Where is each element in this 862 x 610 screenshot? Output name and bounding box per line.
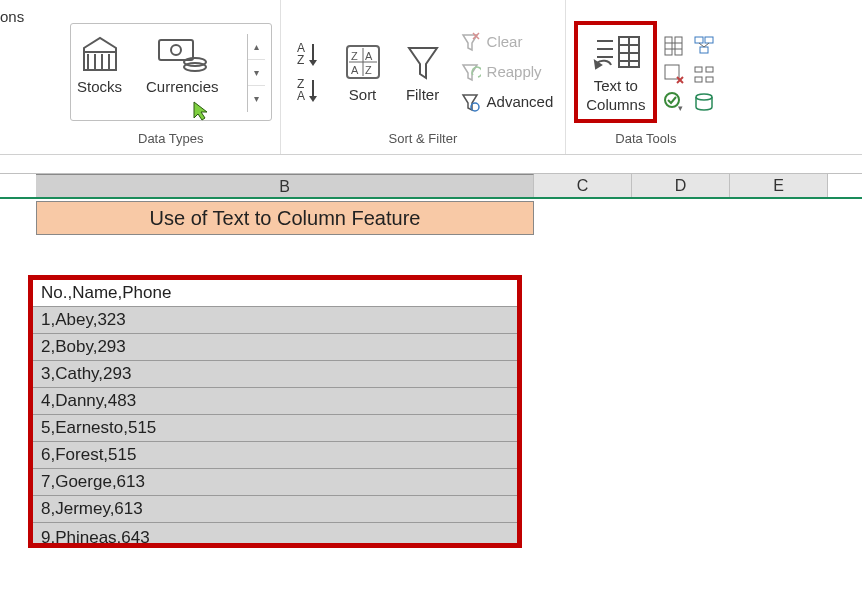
group-data-types: Stocks Currencies ▴ ▾ — [62, 0, 281, 154]
clear-icon — [459, 31, 481, 53]
group-data-tools: Text to Columns ▾ — [566, 0, 725, 154]
ribbon: ons Stock — [0, 0, 862, 155]
clear-label: Clear — [487, 33, 523, 50]
sort-icon: Z A A Z — [341, 40, 385, 84]
sort-desc-icon: Z A — [295, 76, 325, 104]
svg-rect-53 — [695, 77, 702, 82]
advanced-icon — [459, 91, 481, 113]
group-label-sort-filter: Sort & Filter — [389, 129, 458, 150]
svg-marker-17 — [309, 96, 317, 102]
svg-rect-6 — [159, 40, 193, 60]
stocks-button[interactable]: Stocks — [77, 34, 122, 112]
data-validation-icon: ▾ — [663, 91, 685, 113]
flash-fill-icon — [663, 35, 685, 57]
currencies-label: Currencies — [146, 78, 219, 95]
sort-asc-icon: A Z — [295, 40, 325, 68]
column-header-D[interactable]: D — [632, 174, 730, 197]
relationships-icon — [693, 63, 715, 85]
currencies-button[interactable]: Currencies — [146, 34, 219, 112]
text-to-columns-highlight: Text to Columns — [574, 21, 657, 123]
svg-point-44 — [665, 93, 679, 107]
stocks-label: Stocks — [77, 78, 122, 95]
column-header-B[interactable]: B — [36, 174, 534, 197]
table-row[interactable]: 8,Jermey,613 — [33, 496, 517, 523]
svg-text:A: A — [297, 89, 305, 103]
scroll-more-icon[interactable]: ▾ — [248, 86, 265, 112]
column-headers: B C D E — [0, 173, 862, 199]
text-to-columns-label-2: Columns — [586, 96, 645, 113]
data-selection-highlight: No.,Name,Phone 1,Abey,323 2,Boby,293 3,C… — [28, 275, 522, 548]
table-row[interactable]: 2,Boby,293 — [33, 334, 517, 361]
gallery-scroll[interactable]: ▴ ▾ ▾ — [247, 34, 265, 112]
table-row[interactable]: No.,Name,Phone — [33, 280, 517, 307]
svg-text:Z: Z — [365, 64, 372, 76]
relationships-button[interactable] — [693, 63, 715, 85]
remove-duplicates-button[interactable] — [663, 63, 685, 85]
sort-button[interactable]: Z A A Z Sort — [335, 36, 391, 107]
table-row[interactable]: 5,Earnesto,515 — [33, 415, 517, 442]
group-label-data-types: Data Types — [138, 129, 204, 150]
svg-marker-13 — [309, 60, 317, 66]
sort-asc-button[interactable]: A Z — [295, 40, 325, 68]
svg-line-50 — [704, 43, 709, 47]
reapply-button[interactable]: Reapply — [459, 61, 554, 83]
data-model-icon — [693, 91, 715, 113]
stocks-icon — [78, 34, 122, 74]
advanced-label: Advanced — [487, 93, 554, 110]
text-to-columns-label-1: Text to — [594, 77, 638, 94]
filter-icon — [401, 40, 445, 84]
svg-rect-41 — [665, 65, 679, 79]
svg-text:Z: Z — [297, 53, 304, 67]
svg-rect-54 — [706, 77, 713, 82]
table-row[interactable]: 7,Goerge,613 — [33, 469, 517, 496]
group-sort-filter: A Z Z A — [281, 0, 567, 154]
svg-text:Z: Z — [351, 50, 358, 62]
svg-rect-51 — [695, 67, 702, 72]
svg-rect-38 — [675, 37, 682, 55]
reapply-label: Reapply — [487, 63, 542, 80]
table-row[interactable]: 9,Phineas,643 — [33, 523, 517, 543]
column-header-E[interactable]: E — [730, 174, 828, 197]
table-row[interactable]: 4,Danny,483 — [33, 388, 517, 415]
advanced-button[interactable]: Advanced — [459, 91, 554, 113]
data-validation-button[interactable]: ▾ — [663, 91, 685, 113]
text-to-columns-button[interactable]: Text to Columns — [580, 27, 651, 117]
consolidate-icon — [693, 35, 715, 57]
svg-rect-52 — [706, 67, 713, 72]
manage-data-model-button[interactable] — [693, 91, 715, 113]
flash-fill-button[interactable] — [663, 35, 685, 57]
sort-label: Sort — [349, 86, 377, 103]
scroll-down-icon[interactable]: ▾ — [248, 60, 265, 86]
svg-text:A: A — [365, 50, 373, 62]
worksheet[interactable]: B C D E Use of Text to Column Feature No… — [0, 155, 862, 548]
svg-text:▾: ▾ — [678, 103, 683, 113]
text-to-columns-icon — [589, 31, 643, 75]
data-types-gallery[interactable]: Stocks Currencies ▴ ▾ — [70, 23, 272, 121]
sort-desc-button[interactable]: Z A — [295, 76, 325, 104]
partial-tab-label: ons — [0, 8, 24, 25]
table-row[interactable]: 1,Abey,323 — [33, 307, 517, 334]
svg-text:A: A — [351, 64, 359, 76]
filter-label: Filter — [406, 86, 439, 103]
clear-button[interactable]: Clear — [459, 31, 554, 53]
svg-rect-47 — [705, 37, 713, 43]
filter-button[interactable]: Filter — [395, 36, 451, 107]
scroll-up-icon[interactable]: ▴ — [248, 34, 265, 60]
svg-point-55 — [696, 94, 712, 100]
svg-rect-46 — [695, 37, 703, 43]
svg-point-7 — [171, 45, 181, 55]
svg-rect-37 — [665, 37, 672, 55]
column-header-C[interactable]: C — [534, 174, 632, 197]
table-row[interactable]: 3,Cathy,293 — [33, 361, 517, 388]
table-row[interactable]: 6,Forest,515 — [33, 442, 517, 469]
group-label-data-tools: Data Tools — [615, 129, 676, 150]
remove-duplicates-icon — [663, 63, 685, 85]
svg-rect-48 — [700, 47, 708, 53]
title-cell[interactable]: Use of Text to Column Feature — [36, 201, 534, 235]
svg-line-49 — [699, 43, 704, 47]
currencies-icon — [155, 34, 209, 74]
reapply-icon — [459, 61, 481, 83]
consolidate-button[interactable] — [693, 35, 715, 57]
